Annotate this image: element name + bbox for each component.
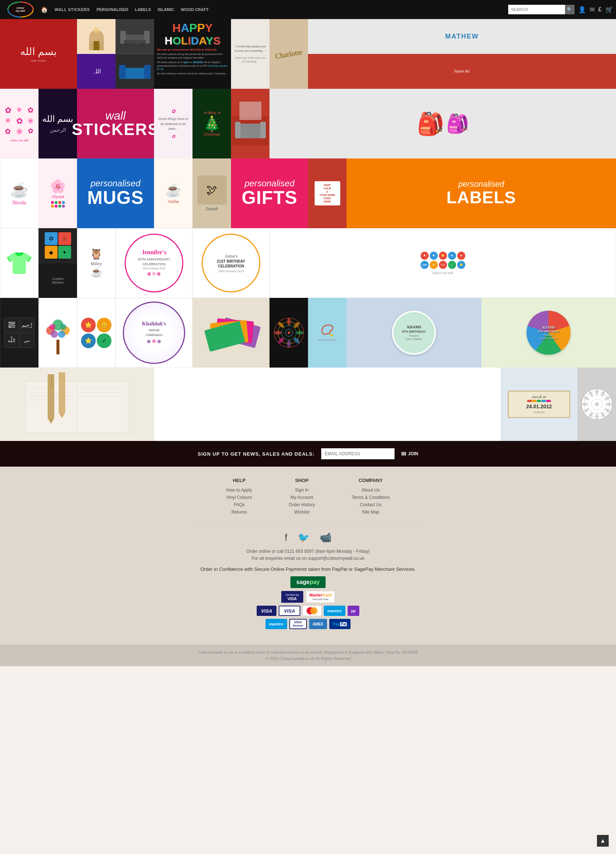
video-icon[interactable]: 📹	[320, 532, 332, 543]
product-cell-necklace[interactable]: 📿 Gold Necklace	[308, 298, 347, 368]
product-cell-keep-calm[interactable]: KEEPCALM&YOUR NAMEGOESHERE	[308, 159, 347, 228]
product-cell-adams-circle-1[interactable]: ADAMS 8TH BIRTHDAY THANKSFOR COMING	[347, 298, 481, 368]
newsletter-email-input[interactable]	[321, 448, 394, 459]
svg-point-3	[93, 27, 99, 33]
svg-point-25	[61, 324, 66, 330]
product-cell-sofa[interactable]	[116, 19, 154, 54]
maestro-badge-2: maestro	[265, 619, 287, 629]
product-cell-backpack[interactable]: 🎒 🎒	[269, 89, 616, 159]
product-cell-nicola-mug[interactable]: ☕ Nicola	[0, 159, 38, 228]
logo[interactable]: colourmy wall	[3, 1, 38, 18]
footer-link-faqs[interactable]: FAQs	[226, 502, 252, 507]
nav-islamic[interactable]: ISLAMIC	[158, 7, 174, 12]
svg-rect-2	[93, 41, 99, 50]
product-cell-red-room[interactable]	[231, 89, 269, 159]
nav-personalised[interactable]: PERSONALISED	[96, 7, 128, 12]
card-logos-row-1: VISA VISA maestro pp	[257, 605, 359, 616]
visa-electron-badge: VISAElectron	[289, 619, 307, 629]
nav-labels[interactable]: LABELS	[135, 7, 151, 12]
footer-link-terms[interactable]: Terms & Conditions	[351, 495, 390, 500]
product-cell-miley-mug[interactable]: 🦉 Miley ☕	[77, 228, 116, 298]
footer-link-returns[interactable]: Returns	[226, 509, 252, 515]
product-cell-wood-name[interactable]: Charlotte	[269, 19, 308, 89]
user-icon[interactable]: 👤	[578, 6, 586, 14]
cart-icon[interactable]: 🛒	[605, 6, 613, 14]
product-cell-arabic2[interactable]: اللہ	[77, 54, 116, 89]
product-cell-sticker-book-2[interactable]: CustomStickers	[38, 263, 77, 298]
footer-link-contact-us[interactable]: Contact Us	[351, 502, 390, 507]
newsletter-label: SIGN UP TO GET NEWS, SALES AND DEALS:	[198, 451, 314, 457]
nav-home[interactable]: 🏠	[41, 6, 48, 13]
site-header: colourmy wall 🏠 WALL STICKERS PERSONALIS…	[0, 0, 616, 19]
footer-link-wishlist[interactable]: Wishlist	[289, 509, 315, 515]
grid-row-1: بسم الله Wall Sticker اللہ	[0, 19, 616, 89]
product-cell-happy-holidays[interactable]: HAPPY HOLIDAYS We will be closed from 18…	[154, 19, 231, 89]
footer-link-vinyl-colours[interactable]: Vinyl Colours	[226, 495, 252, 500]
product-cell-pers-labels[interactable]: personalised LABELS	[347, 159, 616, 228]
visa-card-badge-2: VISA	[279, 605, 300, 616]
currency-icon[interactable]: £	[598, 6, 602, 13]
nav-wall-stickers[interactable]: WALL STICKERS	[55, 7, 90, 12]
product-cell-bismillah[interactable]: بسم الله Wall Sticker	[0, 19, 77, 89]
product-cell-khalidah[interactable]: Khalidah's MehndiCelebration ❋ ✿ ❋	[116, 298, 193, 368]
product-cell-pers-gifts[interactable]: personalised GIFTS	[231, 159, 308, 228]
holidays-notice-1: All orders placed during this period wil…	[157, 52, 228, 60]
footer-shop-column: SHOP Sign In My Account Order History Wi…	[289, 477, 315, 517]
newsletter-join-button[interactable]: ✉ JOIN	[401, 450, 418, 458]
product-cell-sofa2[interactable]	[116, 54, 154, 89]
envelope-icon: ✉	[401, 450, 406, 458]
product-cell-quote[interactable]: "I could stay awake just to hear you bre…	[231, 19, 269, 89]
nav-wood-craft[interactable]: WOOD CRAFT	[181, 7, 208, 12]
svg-rect-9	[140, 44, 144, 47]
sagepay-badge: sagepay	[291, 576, 325, 588]
mail-icon[interactable]: ✉	[590, 6, 595, 14]
footer-link-how-to-apply[interactable]: How to Apply	[226, 488, 252, 493]
product-cell-kids-stickers[interactable]: ⭐ 😊 ⭐ ✓	[77, 298, 116, 368]
footer-email: For all enquiries email us on support@co…	[7, 556, 609, 561]
product-cell-flowers[interactable]: ✿❀✿ ❀✿❀ ✿❀✿ colour my wall	[0, 89, 38, 159]
product-cell-jennifer[interactable]: Jennifer's 30TH ANNIVERSARYCELEBRATION 1…	[116, 228, 193, 298]
product-cell-blue-dots[interactable]: ★ ★ ⭐ ★ ★ GR8 ★ TOP ✓ ⭐ colour my wall	[269, 228, 616, 298]
footer-link-about-us[interactable]: About Us	[351, 488, 390, 493]
svg-point-39	[287, 340, 291, 348]
verified-by-visa-badge: Verified byVISA	[281, 591, 303, 603]
product-cell-christmas[interactable]: ✦ Merry ✦ 🎄 Christmas	[193, 89, 231, 159]
product-cell-adams-circle-2[interactable]: ADAMS 8TH BIRTHDAY THANKSFOR COMING	[481, 298, 616, 368]
product-cell-business-cards[interactable]	[193, 298, 269, 368]
search-input[interactable]	[508, 5, 565, 14]
product-cell-color-tree[interactable]	[38, 298, 77, 368]
copyright-bar: Colourmywall.co.uk is a trading name of …	[0, 645, 616, 666]
product-cell-sticker-book-1[interactable]: ✡ ☆ ◆ ✦	[38, 228, 77, 263]
svg-point-66	[606, 403, 612, 406]
holidays-notice-header: We will be closed from 18/12/15 to 04/01…	[157, 48, 228, 52]
svg-point-23	[58, 331, 65, 338]
product-cell-wall-stickers-banner[interactable]: wall STICKERS	[77, 89, 154, 159]
product-cell-bookmark[interactable]: Wood Craft	[0, 368, 154, 441]
product-cell-tshirt[interactable]: 👕	[0, 228, 38, 298]
product-cell-arabic-calli[interactable]: بسم اللهالرحمن	[38, 89, 77, 159]
footer-link-sign-in[interactable]: Sign In	[289, 488, 315, 493]
product-cell-islamic-print[interactable]: ﷽ رَّحِيم اللَّه نبي	[0, 298, 38, 368]
social-icons-row: f 🐦 📹	[7, 532, 609, 543]
product-cell-arch[interactable]	[77, 19, 116, 54]
product-cell-certificate-1[interactable]: عبد الرحمان 24.01.2012 Certificate	[500, 368, 578, 441]
facebook-icon[interactable]: f	[284, 532, 287, 543]
product-cell-cushion[interactable]: 🕊 Zainab	[193, 159, 231, 228]
product-cell-mathew[interactable]: MATHEW Name Art	[308, 19, 616, 89]
footer-link-my-account[interactable]: My Account	[289, 495, 315, 500]
product-cell-mandala[interactable]	[269, 298, 308, 368]
product-cell-polka-bottle[interactable]: 🌸 Alyson	[38, 159, 77, 228]
product-cell-anna-birthday[interactable]: Anna's 21ST BIRTHDAYCELEBRATION 15th Feb…	[193, 228, 269, 298]
twitter-icon[interactable]: 🐦	[298, 532, 309, 543]
product-cell-aisha[interactable]: ☕ Aisha	[154, 159, 193, 228]
svg-point-37	[296, 331, 304, 334]
product-cell-quote2[interactable]: ✿ Some things have to be Believed to be …	[154, 89, 193, 159]
footer-link-site-map[interactable]: Site Map	[351, 509, 390, 515]
product-cell-pers-mugs[interactable]: personalised MUGS	[77, 159, 154, 228]
footer-company-title: COMPANY	[351, 477, 390, 483]
search-button[interactable]: 🔍	[565, 5, 575, 14]
footer-link-order-history[interactable]: Order History	[289, 502, 315, 507]
svg-point-72	[582, 403, 588, 406]
mastercard-badge	[303, 605, 322, 616]
product-cell-mandala-2[interactable]	[578, 368, 616, 441]
